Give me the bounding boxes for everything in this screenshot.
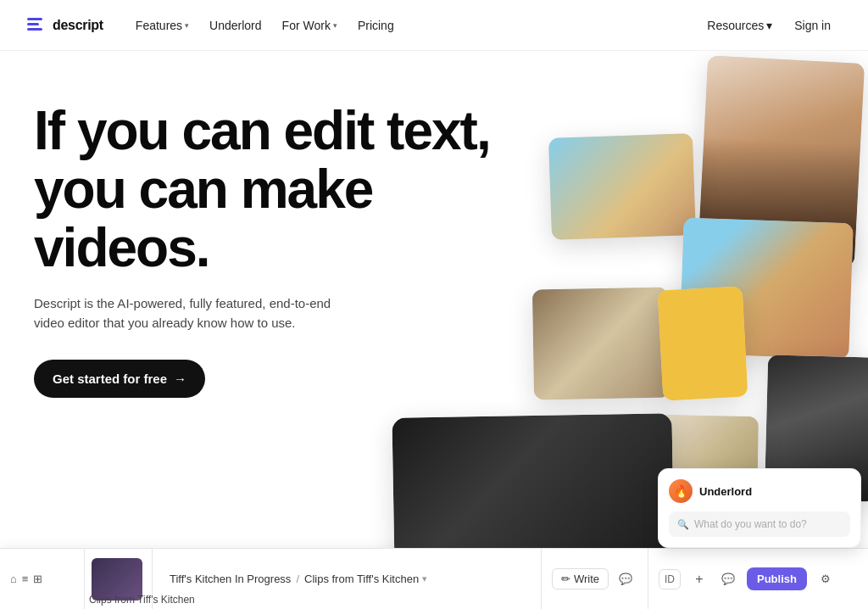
hero-headline-line2: you can make videos. xyxy=(34,159,372,278)
bottom-left-panel: ⌂ ≡ ⊞ xyxy=(0,549,85,609)
right-icons: + 💬 xyxy=(687,567,740,591)
underlord-icon: 🔥 xyxy=(674,484,688,498)
bottom-icons: ⌂ ≡ ⊞ xyxy=(10,573,42,585)
nav-features[interactable]: Features ▾ xyxy=(127,14,198,37)
home-icon[interactable]: ⌂ xyxy=(10,573,17,585)
chevron-down-icon-2: ▾ xyxy=(333,21,337,30)
photo-card-main xyxy=(392,413,674,571)
write-button[interactable]: ✏ Write xyxy=(552,568,609,589)
cta-button[interactable]: Get started for free → xyxy=(34,360,205,398)
nav-underlord[interactable]: Underlord xyxy=(201,14,270,37)
clips-label: Clips from Tiff's Kitchen xyxy=(89,594,195,606)
settings-icon[interactable]: ⚙ xyxy=(814,567,837,591)
chevron-down-icon-3: ▾ xyxy=(766,19,772,32)
nav-pricing[interactable]: Pricing xyxy=(349,14,403,37)
photo-card-1 xyxy=(698,55,865,266)
underlord-header: 🔥 Underlord xyxy=(669,479,850,503)
edit-icon: ✏ xyxy=(561,573,570,585)
chat-icon: 💬 xyxy=(721,573,735,585)
breadcrumb-separator: / xyxy=(296,573,299,585)
publish-button[interactable]: Publish xyxy=(747,567,807,590)
hero-headline-line1: If you can edit text, xyxy=(34,100,490,161)
underlord-title: Underlord xyxy=(699,485,752,498)
underlord-avatar: 🔥 xyxy=(669,479,693,503)
breadcrumb: Tiff's Kitchen In Progress / Clips from … xyxy=(153,549,541,609)
chevron-down-icon: ▾ xyxy=(185,21,189,30)
hero-text: If you can edit text, you can make video… xyxy=(34,102,542,398)
breadcrumb-clips[interactable]: Clips from Tiff's Kitchen xyxy=(304,573,419,585)
underlord-placeholder: What do you want to do? xyxy=(694,518,807,530)
notification-button[interactable]: + xyxy=(687,567,711,591)
nav-for-work[interactable]: For Work ▾ xyxy=(274,14,346,37)
arrow-icon: → xyxy=(174,372,186,386)
breadcrumb-project[interactable]: Tiff's Kitchen In Progress xyxy=(170,573,291,585)
logo-icon xyxy=(27,18,47,33)
underlord-panel: 🔥 Underlord 🔍 What do you want to do? xyxy=(658,468,861,548)
hero-headline: If you can edit text, you can make video… xyxy=(34,102,542,277)
search-icon: 🔍 xyxy=(677,519,689,530)
nav-resources[interactable]: Resources ▾ xyxy=(698,14,781,37)
dropdown-icon[interactable]: ▾ xyxy=(422,573,427,584)
nav-links: Features ▾ Underlord For Work ▾ Pricing xyxy=(127,14,698,37)
navbar: descript Features ▾ Underlord For Work ▾… xyxy=(0,0,868,51)
logo[interactable]: descript xyxy=(27,18,103,33)
chat-button[interactable]: 💬 xyxy=(716,567,740,591)
id-button[interactable]: ID xyxy=(659,569,681,589)
hero-section: If you can edit text, you can make video… xyxy=(0,51,868,609)
add-icon: + xyxy=(695,572,703,587)
cta-label: Get started for free xyxy=(53,372,167,386)
grid-icon[interactable]: ⊞ xyxy=(33,573,42,585)
underlord-input[interactable]: 🔍 What do you want to do? xyxy=(669,511,850,537)
nav-signin[interactable]: Sign in xyxy=(784,14,841,37)
bottom-right-panel: ID + 💬 Publish ⚙ xyxy=(648,549,868,609)
photo-card-4 xyxy=(532,288,670,400)
bottom-tools: ✏ Write 💬 xyxy=(541,549,648,609)
photo-card-6 xyxy=(658,286,748,400)
photo-card-3 xyxy=(679,218,853,360)
logo-text: descript xyxy=(53,18,103,33)
photo-card-2 xyxy=(548,133,696,240)
nav-right: Resources ▾ Sign in xyxy=(698,14,841,37)
hero-subtext: Descript is the AI-powered, fully featur… xyxy=(34,294,339,332)
comment-icon[interactable]: 💬 xyxy=(614,567,637,591)
menu-icon[interactable]: ≡ xyxy=(22,573,29,585)
